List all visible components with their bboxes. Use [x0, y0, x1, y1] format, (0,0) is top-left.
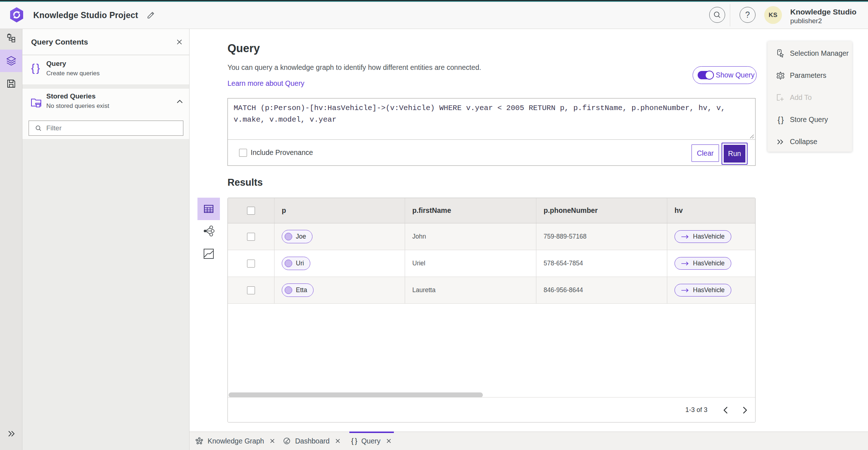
results-title: Results: [227, 177, 263, 188]
app-header: Knowledge Studio Project ? KS Knowledge …: [0, 2, 868, 29]
arrow-right-icon: [681, 288, 689, 293]
menu-item-label: Selection Manager: [790, 49, 849, 58]
braces-icon: { }: [31, 62, 41, 77]
relationship-pill[interactable]: HasVehicle: [675, 257, 731, 270]
results-table: p p.firstName p.phoneNumber hv Joe John …: [227, 198, 756, 422]
table-row: Uri Uriel 578-654-7854 HasVehicle: [228, 250, 755, 277]
account-role: publisher2: [790, 17, 822, 25]
cell-select: [228, 250, 274, 277]
tab-query-active[interactable]: { } Query: [349, 432, 394, 450]
page-title: Query: [227, 42, 260, 55]
horizontal-scrollbar-thumb[interactable]: [229, 392, 483, 398]
close-icon[interactable]: [269, 438, 276, 444]
rail-item-layers-active[interactable]: [0, 50, 22, 72]
learn-more-link[interactable]: Learn more about Query: [227, 79, 304, 88]
next-page-button[interactable]: [740, 405, 749, 415]
select-all-checkbox[interactable]: [247, 207, 255, 215]
panel-header: Query Contents: [22, 29, 189, 55]
avatar[interactable]: KS: [764, 6, 782, 24]
stored-queries-folder-icon: [30, 97, 42, 108]
search-icon: [713, 11, 721, 19]
menu-item-label: Store Query: [790, 115, 828, 124]
menu-item-parameters[interactable]: Parameters: [767, 64, 852, 87]
relationship-pill[interactable]: HasVehicle: [675, 230, 731, 243]
gear-icon: [776, 71, 785, 80]
filter-input[interactable]: [46, 124, 183, 132]
close-icon[interactable]: [386, 438, 392, 444]
stored-queries-title: Stored Queries: [46, 92, 95, 100]
cell-select: [228, 277, 274, 303]
tab-label: Query: [361, 437, 380, 445]
menu-item-store-query[interactable]: { } Store Query: [767, 109, 852, 131]
entity-pill[interactable]: Uri: [282, 257, 310, 270]
table-row: Joe John 759-889-57168 HasVehicle: [228, 223, 755, 250]
app-logo-icon: [9, 7, 24, 23]
arrow-right-icon: [681, 235, 689, 239]
entity-pill[interactable]: Joe: [282, 230, 312, 243]
bottom-tab-bar: Knowledge Graph Dashboard { } Query: [190, 432, 868, 450]
view-link-chart-button[interactable]: [201, 224, 216, 238]
tab-label: Knowledge Graph: [208, 437, 264, 445]
table-pagination: 1-3 of 3: [228, 397, 755, 422]
row-checkbox[interactable]: [247, 286, 255, 294]
menu-item-label: Add To: [790, 93, 812, 102]
resize-handle-icon[interactable]: [749, 133, 754, 139]
rail-item-data-model[interactable]: [0, 27, 22, 49]
relationship-pill[interactable]: HasVehicle: [675, 284, 731, 297]
data-model-icon: [6, 33, 17, 43]
rail-expand-button[interactable]: [0, 422, 22, 445]
edit-title-icon[interactable]: [146, 10, 156, 20]
toggle-track: [698, 71, 713, 79]
row-checkbox[interactable]: [247, 260, 255, 268]
search-button[interactable]: [709, 7, 725, 23]
view-map-button[interactable]: [201, 247, 216, 261]
run-button[interactable]: Run: [724, 145, 745, 163]
show-query-toggle[interactable]: Show Query: [693, 66, 757, 84]
query-editor: MATCH (p:Person)-[hv:HasVehicle]->(v:Veh…: [227, 98, 756, 166]
braces-icon: { }: [351, 437, 357, 445]
menu-item-collapse[interactable]: Collapse: [767, 131, 852, 153]
tab-dashboard[interactable]: Dashboard: [283, 432, 341, 450]
include-provenance-checkbox[interactable]: [239, 149, 247, 157]
layers-icon: [5, 55, 17, 67]
chevron-up-icon: [175, 97, 184, 106]
query-editor-footer: Include Provenance Clear Run: [228, 139, 755, 165]
knowledge-graph-icon: [195, 437, 203, 445]
run-button-focus-ring: Run: [722, 143, 748, 165]
account-name: Knowledge Studio: [790, 8, 856, 16]
double-chevron-right-icon: [776, 138, 785, 146]
previous-page-button[interactable]: [721, 405, 731, 415]
panel-close-button[interactable]: [174, 37, 185, 47]
query-item-subtitle: Create new queries: [46, 70, 99, 77]
menu-item-add-to[interactable]: Add To: [767, 87, 852, 109]
pagination-label: 1-3 of 3: [685, 406, 707, 414]
query-contents-panel: Query Contents { } Query Create new quer…: [22, 29, 190, 450]
row-checkbox[interactable]: [247, 233, 255, 241]
arrow-right-icon: [681, 261, 689, 266]
map-icon: [203, 248, 214, 260]
entity-icon: [285, 286, 292, 294]
link-chart-icon: [203, 225, 215, 237]
help-button[interactable]: ?: [740, 7, 756, 23]
view-table-button[interactable]: [197, 198, 220, 220]
cell-phonenumber: 759-889-57168: [536, 223, 667, 250]
tab-knowledge-graph[interactable]: Knowledge Graph: [195, 432, 276, 450]
query-text-input[interactable]: MATCH (p:Person)-[hv:HasVehicle]->(v:Veh…: [228, 98, 755, 140]
toggle-knob: [705, 71, 714, 80]
entity-pill[interactable]: Etta: [282, 283, 314, 297]
close-icon[interactable]: [335, 438, 341, 444]
cell-phonenumber: 846-956-8644: [536, 277, 667, 303]
show-query-label: Show Query: [716, 71, 754, 79]
rail-item-save[interactable]: [0, 72, 22, 95]
collapse-section-button[interactable]: [175, 97, 184, 106]
main-content: Query You can query a knowledge graph to…: [190, 29, 868, 450]
query-item-title: Query: [46, 60, 66, 68]
cell-select: [228, 223, 274, 250]
cell-firstname: John: [405, 223, 536, 250]
menu-item-selection-manager[interactable]: Selection Manager: [767, 42, 852, 64]
header-divider: [730, 4, 730, 26]
header-cell-hv: hv: [667, 198, 755, 223]
clear-button[interactable]: Clear: [692, 144, 719, 162]
cell-firstname: Lauretta: [405, 277, 536, 303]
panel-item-query[interactable]: { } Query Create new queries: [22, 55, 189, 84]
